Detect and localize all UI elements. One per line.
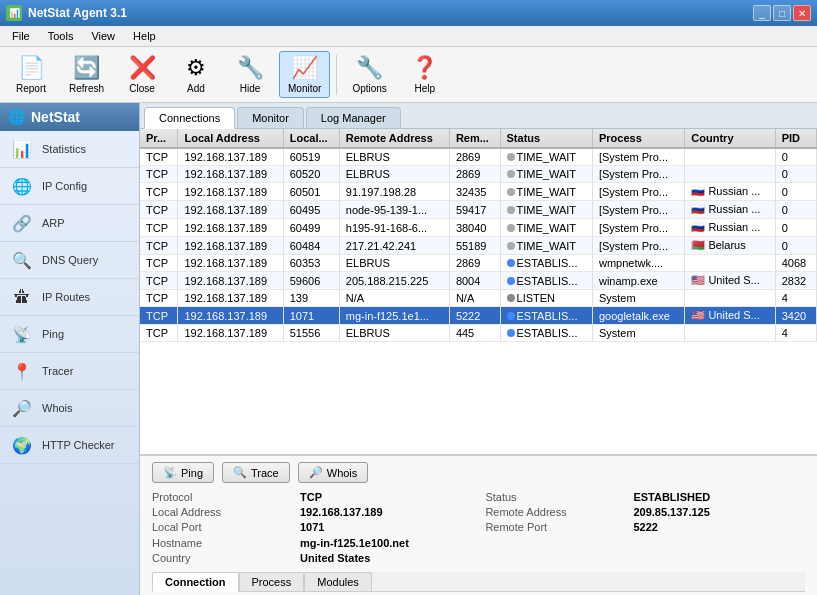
detail-grid: Protocol TCP Status ESTABLISHED Local Ad… xyxy=(152,491,805,533)
col-pid[interactable]: PID xyxy=(775,129,816,148)
detail-toolbar: 📡 Ping 🔍 Trace 🔎 Whois xyxy=(152,462,805,483)
cell-local-addr: 192.168.137.189 xyxy=(178,219,283,237)
table-row[interactable]: TCP 192.168.137.189 139 N/A N/A LISTEN S… xyxy=(140,290,817,307)
dns-icon: 🔍 xyxy=(10,248,34,272)
table-row[interactable]: TCP 192.168.137.189 51556 ELBRUS 445 EST… xyxy=(140,325,817,342)
report-button[interactable]: 📄 Report xyxy=(6,51,56,98)
help-icon: ❓ xyxy=(411,55,438,81)
cell-process: [System Pro... xyxy=(592,183,684,201)
detail-trace-icon: 🔍 xyxy=(233,466,247,479)
sidebar-item-arp[interactable]: 🔗 ARP xyxy=(0,205,139,242)
ip-routes-icon: 🛣 xyxy=(10,285,34,309)
col-remote-addr[interactable]: Remote Address xyxy=(339,129,449,148)
detail-whois-button[interactable]: 🔎 Whois xyxy=(298,462,369,483)
bottom-tab-process[interactable]: Process xyxy=(239,572,305,591)
cell-proto: TCP xyxy=(140,307,178,325)
menu-tools[interactable]: Tools xyxy=(40,28,82,44)
table-row[interactable]: TCP 192.168.137.189 59606 205.188.215.22… xyxy=(140,272,817,290)
cell-status: TIME_WAIT xyxy=(500,166,592,183)
monitor-button[interactable]: 📈 Monitor xyxy=(279,51,330,98)
cell-pid: 4 xyxy=(775,290,816,307)
sidebar-item-ip-routes[interactable]: 🛣 IP Routes xyxy=(0,279,139,316)
cell-pid: 4 xyxy=(775,325,816,342)
sidebar-item-whois[interactable]: 🔎 Whois xyxy=(0,390,139,427)
cell-remote-port: 2869 xyxy=(449,148,500,166)
status-badge: TIME_WAIT xyxy=(507,151,576,163)
options-button[interactable]: 🔧 Options xyxy=(343,51,395,98)
cell-local-port: 60495 xyxy=(283,201,339,219)
hide-button[interactable]: 🔧 Hide xyxy=(225,51,275,98)
cell-country: 🇺🇸 United S... xyxy=(685,307,775,325)
sidebar: 🌐 NetStat 📊 Statistics 🌐 IP Config 🔗 ARP… xyxy=(0,103,140,595)
menu-file[interactable]: File xyxy=(4,28,38,44)
sidebar-item-ip-config[interactable]: 🌐 IP Config xyxy=(0,168,139,205)
menu-view[interactable]: View xyxy=(83,28,123,44)
cell-proto: TCP xyxy=(140,255,178,272)
col-local-port[interactable]: Local... xyxy=(283,129,339,148)
sidebar-item-http-checker[interactable]: 🌍 HTTP Checker xyxy=(0,427,139,464)
col-status[interactable]: Status xyxy=(500,129,592,148)
bottom-tabs: Connection Process Modules xyxy=(152,572,805,592)
table-row[interactable]: TCP 192.168.137.189 60520 ELBRUS 2869 TI… xyxy=(140,166,817,183)
connections-table: Pr... Local Address Local... Remote Addr… xyxy=(140,129,817,342)
minimize-button[interactable]: _ xyxy=(753,5,771,21)
tab-monitor[interactable]: Monitor xyxy=(237,107,304,128)
col-proto[interactable]: Pr... xyxy=(140,129,178,148)
cell-remote-port: 59417 xyxy=(449,201,500,219)
cell-remote-port: 8004 xyxy=(449,272,500,290)
table-row[interactable]: TCP 192.168.137.189 60519 ELBRUS 2869 TI… xyxy=(140,148,817,166)
cell-country: 🇧🇾 Belarus xyxy=(685,237,775,255)
col-process[interactable]: Process xyxy=(592,129,684,148)
table-row[interactable]: TCP 192.168.137.189 60353 ELBRUS 2869 ES… xyxy=(140,255,817,272)
table-row[interactable]: TCP 192.168.137.189 60501 91.197.198.28 … xyxy=(140,183,817,201)
refresh-button[interactable]: 🔄 Refresh xyxy=(60,51,113,98)
main-layout: 🌐 NetStat 📊 Statistics 🌐 IP Config 🔗 ARP… xyxy=(0,103,817,595)
cell-remote-port: 2869 xyxy=(449,255,500,272)
detail-trace-button[interactable]: 🔍 Trace xyxy=(222,462,290,483)
window-controls[interactable]: _ □ ✕ xyxy=(753,5,811,21)
cell-proto: TCP xyxy=(140,272,178,290)
maximize-button[interactable]: □ xyxy=(773,5,791,21)
col-country[interactable]: Country xyxy=(685,129,775,148)
col-local-addr[interactable]: Local Address xyxy=(178,129,283,148)
cell-local-addr: 192.168.137.189 xyxy=(178,148,283,166)
cell-status: TIME_WAIT xyxy=(500,201,592,219)
table-row[interactable]: TCP 192.168.137.189 60484 217.21.42.241 … xyxy=(140,237,817,255)
cell-status: ESTABLIS... xyxy=(500,325,592,342)
detail-panel: 📡 Ping 🔍 Trace 🔎 Whois Protocol TCP Stat… xyxy=(140,455,817,595)
sidebar-item-ping[interactable]: 📡 Ping xyxy=(0,316,139,353)
report-label: Report xyxy=(16,83,46,94)
sidebar-ping-label: Ping xyxy=(42,328,64,340)
table-row[interactable]: TCP 192.168.137.189 60495 node-95-139-1.… xyxy=(140,201,817,219)
menu-help[interactable]: Help xyxy=(125,28,164,44)
cell-pid: 3420 xyxy=(775,307,816,325)
status-dot xyxy=(507,294,515,302)
cell-pid: 0 xyxy=(775,183,816,201)
add-button[interactable]: ⚙ Add xyxy=(171,51,221,98)
sidebar-item-statistics[interactable]: 📊 Statistics xyxy=(0,131,139,168)
table-row[interactable]: TCP 192.168.137.189 1071 mg-in-f125.1e1.… xyxy=(140,307,817,325)
cell-country: 🇷🇺 Russian ... xyxy=(685,201,775,219)
help-button[interactable]: ❓ Help xyxy=(400,51,450,98)
tab-connections[interactable]: Connections xyxy=(144,107,235,129)
status-badge: TIME_WAIT xyxy=(507,222,576,234)
bottom-tab-modules[interactable]: Modules xyxy=(304,572,372,591)
ping-icon: 📡 xyxy=(10,322,34,346)
status-dot xyxy=(507,329,515,337)
cell-local-port: 60520 xyxy=(283,166,339,183)
connections-table-container[interactable]: Pr... Local Address Local... Remote Addr… xyxy=(140,129,817,455)
sidebar-item-dns-query[interactable]: 🔍 DNS Query xyxy=(0,242,139,279)
table-row[interactable]: TCP 192.168.137.189 60499 h195-91-168-6.… xyxy=(140,219,817,237)
cell-pid: 4068 xyxy=(775,255,816,272)
close-button[interactable]: ✕ xyxy=(793,5,811,21)
cell-process: wmpnetwk.... xyxy=(592,255,684,272)
sidebar-item-tracer[interactable]: 📍 Tracer xyxy=(0,353,139,390)
col-remote-port[interactable]: Rem... xyxy=(449,129,500,148)
status-dot xyxy=(507,259,515,267)
bottom-tab-connection[interactable]: Connection xyxy=(152,572,239,592)
detail-ping-button[interactable]: 📡 Ping xyxy=(152,462,214,483)
tab-log-manager[interactable]: Log Manager xyxy=(306,107,401,128)
close-conn-button[interactable]: ❌ Close xyxy=(117,51,167,98)
cell-remote-port: 32435 xyxy=(449,183,500,201)
cell-process: [System Pro... xyxy=(592,219,684,237)
